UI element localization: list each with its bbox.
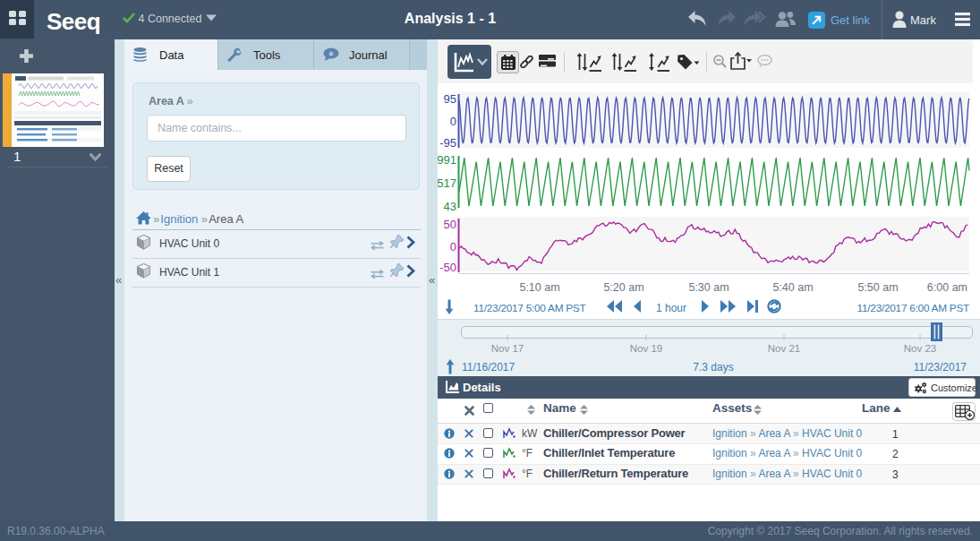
svg-text:0: 0 — [450, 115, 456, 128]
svg-text:95: 95 — [444, 92, 456, 106]
svg-text:-50: -50 — [439, 261, 456, 274]
svg-text:-95: -95 — [439, 136, 456, 150]
svg-text:o: o — [329, 50, 333, 56]
svg-text:0: 0 — [450, 240, 456, 253]
svg-text:991: 991 — [438, 153, 456, 167]
svg-text:517: 517 — [438, 176, 456, 190]
svg-text:50: 50 — [444, 218, 456, 231]
svg-text:43: 43 — [444, 200, 456, 213]
